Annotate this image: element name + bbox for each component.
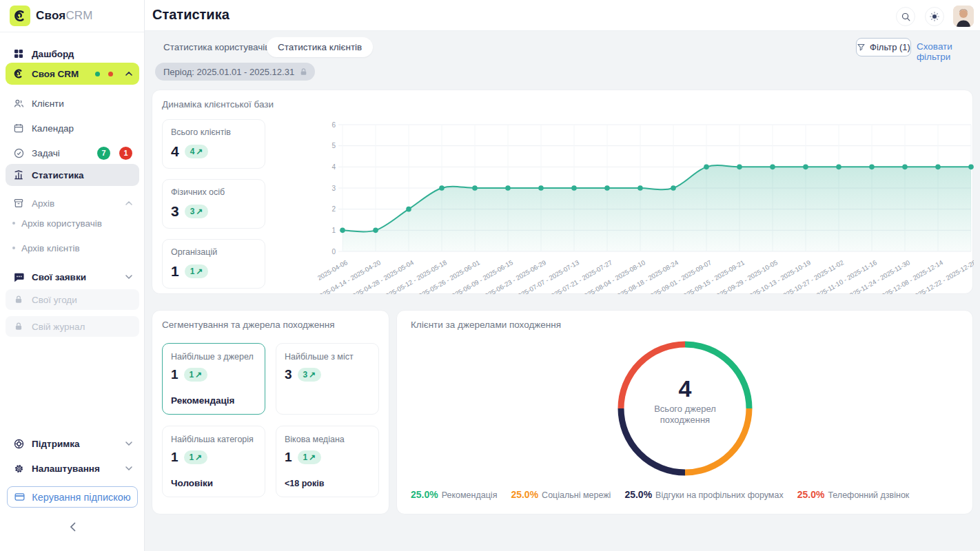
filter-button[interactable]: Фільтр (1): [856, 38, 911, 56]
seg-card-top-city[interactable]: Найбільше з міст 3 3↗: [276, 343, 379, 415]
sidebar-item-calendar[interactable]: Календар: [6, 117, 139, 139]
seg-sub-value: Чоловіки: [171, 478, 213, 488]
status-dot-green: [95, 72, 100, 76]
sidebar-subitem-archive-users[interactable]: Архів користувачів: [12, 216, 136, 230]
legend-label: Телефонний дзвінок: [828, 490, 909, 500]
sidebar-item-label: Статистика: [32, 170, 83, 180]
stat-card-total-clients[interactable]: Всього клієнтів 4 4↗: [162, 119, 265, 169]
stat-label: Організацій: [171, 247, 256, 257]
sidebar-item-label: Задачі: [32, 148, 60, 158]
seg-label: Вікова медіана: [285, 435, 370, 444]
seg-value: 1: [285, 450, 292, 465]
sources-card: Клієнти за джерелами походження 4 Всього…: [396, 310, 973, 514]
sidebar-item-crm[interactable]: Своя CRM: [6, 63, 139, 85]
section-title: Динаміка клієнтської бази: [162, 99, 274, 110]
seg-value: 3: [285, 367, 292, 382]
tab-clients-statistics[interactable]: Статистика клієнтів: [267, 37, 373, 57]
trend-up-icon: ↗: [309, 453, 316, 462]
section-title: Сегментування та джерела походження: [162, 320, 335, 330]
svg-text:0: 0: [331, 248, 336, 256]
trend-badge: 3↗: [298, 368, 322, 382]
sources-donut-chart: [602, 326, 768, 491]
theme-toggle-button[interactable]: [925, 7, 944, 26]
sidebar-item-archive[interactable]: Архів: [6, 192, 139, 214]
check-circle-icon: [12, 147, 25, 159]
tab-label: Статистика клієнтів: [278, 42, 362, 52]
sidebar-subitem-archive-clients[interactable]: Архів клієнтів: [12, 241, 136, 255]
trend-badge: 1↗: [184, 368, 208, 382]
sun-icon: [929, 11, 940, 22]
lock-icon: [12, 293, 25, 306]
search-icon: [901, 12, 911, 22]
trend-up-icon: ↗: [196, 147, 203, 156]
sidebar-item-journal-locked: Свій журнал: [6, 316, 139, 337]
brand-light: CRM: [65, 9, 92, 22]
chevron-down-icon: [125, 441, 132, 446]
period-filter-chip[interactable]: Період: 2025.01.01 - 2025.12.31: [155, 63, 315, 81]
sidebar-item-requests[interactable]: Свої заявки: [6, 266, 139, 288]
sidebar-item-settings[interactable]: Налаштування: [6, 457, 139, 479]
sidebar-item-clients[interactable]: Клієнти: [6, 92, 139, 114]
trend-up-icon: ↗: [196, 267, 203, 276]
credit-card-icon: [14, 491, 25, 503]
lock-icon: [12, 320, 25, 333]
stat-card-organizations[interactable]: Організацій 1 1↗: [162, 239, 265, 289]
lock-icon: [299, 67, 308, 76]
seg-card-top-source[interactable]: Найбільше з джерел 1 1↗ Рекомендація: [162, 343, 265, 415]
trend-up-icon: ↗: [196, 207, 203, 216]
tab-label: Статистика користувачів: [163, 42, 270, 52]
stat-card-individuals[interactable]: Фізичних осіб 3 3↗: [162, 179, 265, 229]
client-dynamics-line-chart: 01234562025-03-31 - 2025-04-062025-04-14…: [318, 116, 974, 294]
dashboard-grid-icon: [12, 48, 25, 60]
filter-button-label: Фільтр (1): [870, 42, 910, 52]
section-title: Клієнти за джерелами походження: [411, 320, 561, 330]
trend-up-icon: ↗: [195, 453, 202, 462]
brand-bold: Своя: [36, 9, 65, 22]
tab-users-statistics[interactable]: Статистика користувачів: [154, 37, 279, 57]
app-logo-icon[interactable]: [10, 6, 30, 26]
stat-value: 3: [171, 203, 179, 220]
topbar: Статистика: [145, 0, 980, 31]
client-dynamics-card: Динаміка клієнтської бази Всього клієнті…: [152, 90, 973, 294]
sidebar-item-deals-locked: Свої угоди: [6, 289, 139, 310]
svg-text:1: 1: [331, 227, 336, 234]
sidebar-item-tasks[interactable]: Задачі 7 1: [6, 142, 139, 164]
brand-name: СвояCRM: [36, 9, 93, 23]
trend-badge: 3↗: [185, 205, 209, 218]
funnel-icon: [857, 43, 866, 52]
sidebar-item-label: Своя CRM: [32, 69, 79, 79]
sidebar-collapse-button[interactable]: [65, 520, 80, 534]
lifebuoy-icon: [12, 437, 25, 450]
sidebar-item-statistics[interactable]: Статистика: [6, 164, 139, 186]
chevron-up-icon: [125, 201, 132, 205]
bullet-icon: [12, 222, 15, 225]
sidebar-item-support[interactable]: Підтримка: [6, 433, 139, 455]
search-button[interactable]: [896, 7, 915, 26]
trend-badge: 1↗: [185, 264, 209, 278]
chevron-down-icon: [125, 275, 132, 279]
legend-percent: 25.0%: [411, 489, 438, 500]
svg-text:6: 6: [331, 121, 336, 129]
brand-row: СвояCRM: [0, 0, 144, 32]
seg-card-age-median[interactable]: Вікова медіана 1 1↗ <18 років: [276, 426, 379, 497]
trend-badge: 1↗: [298, 450, 322, 464]
legend-label: Відгуки на профільних форумах: [655, 490, 784, 500]
hide-filters-link[interactable]: Сховати фільтри: [917, 41, 980, 62]
gear-icon: [12, 462, 25, 475]
manage-subscription-button[interactable]: Керування підпискою: [7, 486, 138, 508]
seg-label: Найбільше з джерел: [171, 352, 256, 362]
seg-card-top-category[interactable]: Найбільша категорія 1 1↗ Чоловіки: [162, 426, 265, 497]
donut-legend: 25.0%Рекомендація25.0%Соціальні мережі25…: [411, 488, 909, 501]
trend-badge: 1↗: [184, 450, 208, 464]
seg-sub-value: Рекомендація: [171, 395, 234, 406]
stat-label: Фізичних осіб: [171, 187, 256, 197]
archive-icon: [12, 197, 25, 209]
user-avatar[interactable]: [953, 6, 974, 27]
period-label: Період: 2025.01.01 - 2025.12.31: [163, 67, 294, 77]
trend-up-icon: ↗: [309, 370, 316, 380]
seg-value: 1: [171, 367, 178, 382]
calendar-icon: [12, 122, 25, 134]
seg-sub-value: <18 років: [285, 479, 324, 488]
sidebar-item-dashboard[interactable]: Дашборд: [6, 43, 139, 65]
legend-percent: 25.0%: [797, 489, 825, 500]
